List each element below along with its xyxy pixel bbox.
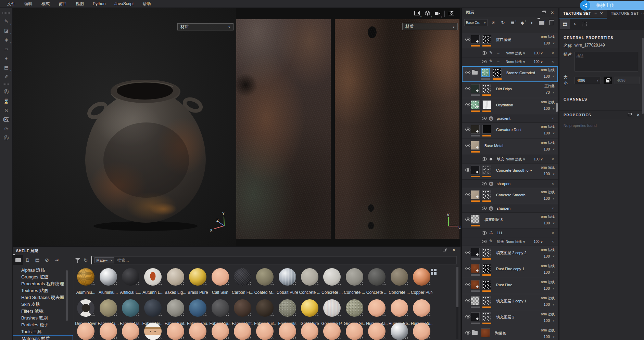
opacity-dropdown[interactable]: 100 ∨	[534, 57, 543, 66]
opacity-value[interactable]: 100	[544, 254, 550, 258]
viewport-2d[interactable]: V U	[236, 8, 460, 246]
menu-item-view[interactable]: 视图	[71, 0, 88, 8]
close-icon[interactable]: ✕	[636, 113, 640, 117]
delete-layer-button[interactable]	[547, 19, 556, 26]
layer-thumbnail[interactable]	[471, 296, 480, 305]
material-mode-dropdown-3d[interactable]: 材质 ∨	[177, 23, 233, 30]
layer-effect-row[interactable]: Ssharpen×	[462, 180, 558, 188]
material-fabric-de[interactable]: Fabric De...	[142, 299, 164, 326]
menu-item-mode[interactable]: 模式	[37, 0, 54, 8]
channel-filter-dropdown[interactable]: Base Co. ∨	[464, 19, 488, 26]
close-icon[interactable]: ✕	[452, 248, 456, 252]
history-hourglass[interactable]: ⌛	[0, 96, 13, 106]
grid-view-icon[interactable]	[431, 269, 437, 275]
search-filter-tag[interactable]: Mate⋯ ×	[94, 257, 115, 263]
opacity-value[interactable]: 100	[544, 196, 550, 200]
projection-tool[interactable]: ◈∨	[0, 35, 13, 44]
opacity-value[interactable]: 100	[544, 221, 550, 225]
layer-row[interactable]: Rust Fineorm 法线100∨	[462, 278, 558, 294]
layer-row[interactable]: Rust Fine copy 1orm 法线100∨	[462, 262, 558, 278]
more-icon[interactable]: ⋯	[641, 11, 644, 15]
material-concrete[interactable]: Concrete ...	[388, 268, 411, 295]
material-swatch[interactable]	[142, 323, 164, 340]
layer-row[interactable]: Base Metalorm 法线100∨	[462, 139, 558, 155]
material-mode-dropdown-2d[interactable]: 材质 ∨	[402, 23, 458, 30]
material-concrete[interactable]: Concrete ...	[299, 268, 321, 295]
opacity-value[interactable]: 100	[544, 172, 550, 176]
material-swatch[interactable]	[119, 323, 142, 340]
material-swatch[interactable]	[321, 323, 343, 340]
remove-effect-icon[interactable]: ×	[552, 155, 554, 164]
shelf-category-procedurals[interactable]: Procedurals 程序纹理	[13, 280, 73, 287]
substance-badge[interactable]: S	[0, 106, 13, 115]
blend-mode-dropdown[interactable]: Norm 法线 ∨	[506, 57, 525, 66]
settings-view-icon[interactable]: ▤	[560, 19, 570, 29]
pot-3d-model[interactable]	[78, 73, 222, 237]
material-aluminiu[interactable]: Aluminiu...	[75, 268, 97, 295]
layer-thumbnail[interactable]	[471, 125, 480, 134]
smudge-tool[interactable]: ●	[0, 53, 13, 63]
visibility-eye-icon[interactable]	[482, 231, 487, 235]
blend-mode-dropdown[interactable]: orm 法线	[541, 296, 555, 301]
layer-thumbnail[interactable]	[471, 280, 480, 289]
layer-thumbnail[interactable]	[471, 190, 480, 199]
remove-effect-icon[interactable]: ×	[552, 229, 554, 237]
mask-thumbnail[interactable]	[482, 166, 491, 174]
opacity-dropdown[interactable]: 100 ∨	[534, 155, 543, 164]
layer-effect-row[interactable]: 填充Norm 法线 ∨100 ∨×	[462, 155, 558, 164]
color-picker-tool[interactable]: ✐	[0, 72, 13, 81]
add-folder-button[interactable]: +	[538, 19, 546, 26]
drag-upload-button[interactable]: 拖拽上传	[585, 1, 644, 10]
layer-thumbnail[interactable]	[471, 35, 480, 44]
opacity-value[interactable]: 100	[544, 131, 550, 135]
material-swatch[interactable]	[231, 323, 254, 340]
opacity-value[interactable]: 100	[544, 74, 550, 78]
remove-effect-icon[interactable]: ×	[552, 49, 554, 57]
blend-mode-dropdown[interactable]: Norm 法线 ∨	[506, 237, 525, 246]
layer-row[interactable]: 填充图层 2 copy 1orm 法线100∨	[462, 294, 558, 310]
material-cobalt-pure[interactable]: Cobalt Pure	[276, 268, 299, 295]
material-fabric-rou[interactable]: Fabric Rou...	[187, 299, 209, 326]
shelf-category-filters[interactable]: Filters 滤镜	[13, 308, 73, 315]
blend-mode-dropdown[interactable]: orm 法线	[541, 35, 555, 39]
window-restore-icon[interactable]	[542, 11, 545, 14]
mask-thumbnail[interactable]	[482, 100, 491, 109]
material-ground-gr[interactable]: Ground Gr...	[343, 299, 366, 326]
visibility-eye-icon[interactable]	[482, 207, 487, 210]
visibility-eye-icon[interactable]	[482, 240, 487, 243]
remove-effect-icon[interactable]: ×	[552, 180, 554, 188]
add-fill-layer-button[interactable]: ◆+	[518, 19, 527, 26]
shelf-category-tools[interactable]: Tools 工具	[13, 328, 73, 335]
layer-row[interactable]: 填充图层 2orm 法线100∨	[462, 310, 558, 326]
material-swatch[interactable]	[164, 323, 187, 340]
opacity-dropdown[interactable]: 100 ∨	[534, 49, 543, 57]
material-fabric-soft[interactable]: Fabric Soft...	[231, 299, 254, 326]
material-gouache-p[interactable]: Gouache P...	[321, 299, 343, 326]
viewport-3d[interactable]: Y X Z	[13, 8, 236, 246]
description-input[interactable]: 描述	[574, 52, 638, 71]
material-fabric-bas[interactable]: Fabric Bas...	[119, 299, 142, 326]
blend-mode-dropdown[interactable]: orm 法线	[541, 165, 555, 170]
layer-row[interactable]: Oxydationorm 法线100∨	[462, 98, 558, 114]
layer-row[interactable]: 灌口抛光orm 法线100∨	[462, 33, 558, 49]
material-human-ba[interactable]: Human Ba...	[366, 299, 388, 326]
material-baked-lig[interactable]: Baked Lig...	[164, 268, 187, 295]
material-swatch[interactable]	[411, 323, 433, 340]
mask-thumbnail[interactable]	[482, 35, 491, 44]
blend-mode-dropdown[interactable]: orm 法线	[541, 125, 555, 129]
add-smart-material-button[interactable]: ◐	[528, 19, 536, 26]
visibility-eye-icon[interactable]	[465, 144, 470, 147]
material-swatch[interactable]	[388, 323, 411, 340]
layer-thumbnail[interactable]	[471, 100, 480, 109]
layer-thumbnail[interactable]	[481, 328, 490, 337]
window-restore-icon[interactable]	[628, 114, 631, 116]
visibility-eye-icon[interactable]	[465, 193, 470, 196]
layer-row[interactable]: Dirt Drips正片叠70∨	[462, 82, 558, 98]
material-human-be[interactable]: Human Be...	[388, 299, 411, 326]
texture-sheet-left[interactable]	[236, 19, 331, 239]
material-fabric-knit[interactable]: Fabric Knit...	[164, 299, 187, 326]
paint-tool[interactable]: ✎∨	[0, 16, 13, 26]
texture-sheet-right[interactable]	[335, 19, 459, 239]
mask-thumbnail[interactable]	[493, 68, 502, 77]
blend-mode-dropdown[interactable]: 正片叠	[544, 84, 555, 89]
